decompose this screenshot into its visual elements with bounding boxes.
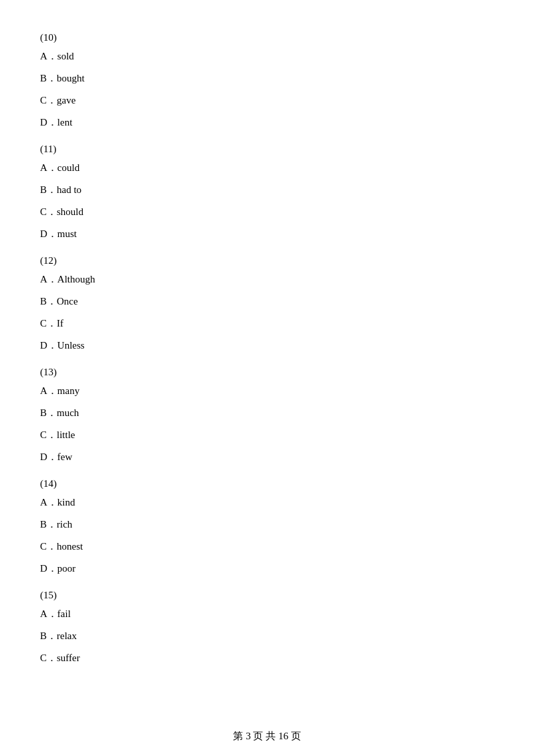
option-q15b: B．relax (40, 627, 494, 645)
option-q10b: B．bought (40, 69, 494, 87)
option-q12b: B．Once (40, 293, 494, 311)
option-q12a: A．Although (40, 270, 494, 289)
question-q13: (13)A．manyB．muchC．littleD．few (40, 367, 494, 466)
option-q10d: D．lent (40, 114, 494, 132)
option-q12d: D．Unless (40, 337, 494, 355)
option-q13d: D．few (40, 448, 494, 466)
option-q14d: D．poor (40, 560, 494, 578)
option-q14a: A．kind (40, 494, 494, 512)
question-number-q12: (12) (40, 255, 494, 266)
question-q10: (10)A．soldB．boughtC．gaveD．lent (40, 32, 494, 132)
footer-text: 第 3 页 共 16 页 (233, 731, 300, 741)
question-q14: (14)A．kindB．richC．honestD．poor (40, 478, 494, 578)
question-number-q15: (15) (40, 590, 494, 601)
question-q11: (11)A．couldB．had toC．shouldD．must (40, 144, 494, 243)
option-q11b: B．had to (40, 181, 494, 199)
option-q13b: B．much (40, 404, 494, 422)
question-q12: (12)A．AlthoughB．OnceC．IfD．Unless (40, 255, 494, 355)
option-q14b: B．rich (40, 516, 494, 534)
option-q13c: C．little (40, 426, 494, 444)
page-footer: 第 3 页 共 16 页 (0, 730, 534, 743)
option-q15c: C．suffer (40, 649, 494, 667)
option-q10c: C．gave (40, 91, 494, 110)
option-q11a: A．could (40, 159, 494, 177)
option-q14c: C．honest (40, 538, 494, 556)
question-q15: (15)A．failB．relaxC．suffer (40, 590, 494, 667)
question-number-q14: (14) (40, 478, 494, 490)
option-q11d: D．must (40, 225, 494, 243)
question-number-q11: (11) (40, 144, 494, 155)
option-q12c: C．If (40, 315, 494, 333)
option-q15a: A．fail (40, 605, 494, 623)
question-number-q10: (10) (40, 32, 494, 43)
option-q11c: C．should (40, 203, 494, 221)
option-q13a: A．many (40, 382, 494, 400)
option-q10a: A．sold (40, 47, 494, 65)
question-number-q13: (13) (40, 367, 494, 378)
main-content: (10)A．soldB．boughtC．gaveD．lent(11)A．coul… (0, 0, 534, 711)
